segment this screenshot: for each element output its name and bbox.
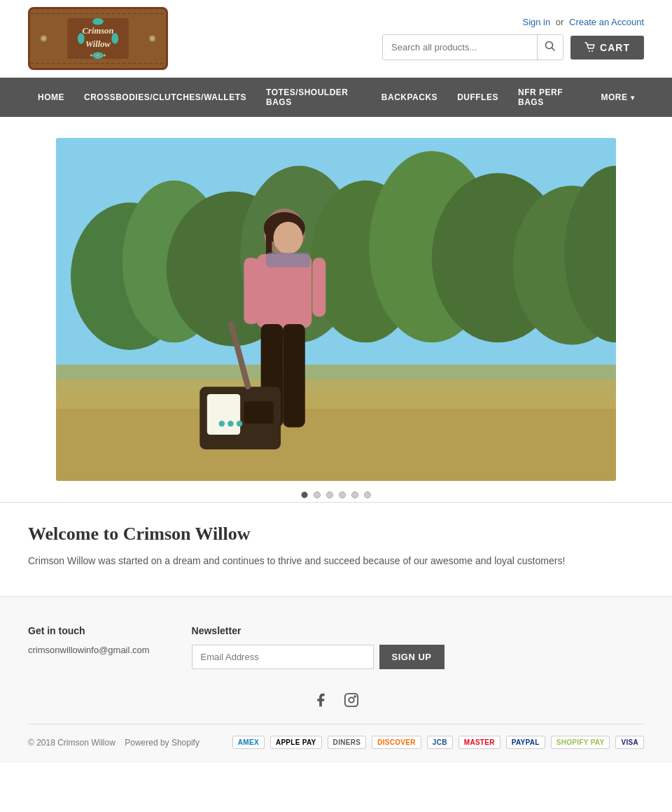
svg-rect-39 xyxy=(283,324,305,427)
main-navigation: HOME CROSSBODIES/CLUTCHES/WALLETS TOTES/… xyxy=(0,78,672,117)
powered-by-link[interactable]: Powered by Shopify xyxy=(125,738,200,748)
svg-text:✦ ✦ ✦: ✦ ✦ ✦ xyxy=(89,52,106,59)
cart-button[interactable]: CART xyxy=(570,36,644,59)
svg-point-6 xyxy=(150,36,155,41)
footer-social xyxy=(28,690,644,710)
welcome-title: Welcome to Crimson Willow xyxy=(28,524,644,545)
svg-point-18 xyxy=(592,50,593,52)
newsletter-signup-button[interactable]: SIGN UP xyxy=(379,645,444,669)
nav-nfr[interactable]: NFR PERF BAGS xyxy=(508,78,592,117)
nav-more-chevron: ▾ xyxy=(631,94,635,102)
payment-diners: Diners xyxy=(328,736,367,749)
payment-apple-pay: Apple Pay xyxy=(270,736,322,749)
nav-backpacks-label: BACKPACKS xyxy=(382,92,438,102)
svg-line-16 xyxy=(552,48,555,51)
svg-rect-49 xyxy=(312,258,326,316)
nav-crossbodies[interactable]: CROSSBODIES/CLUTCHES/WALLETS xyxy=(74,83,256,112)
footer-contact-email: crimsonwillowinfo@gmail.com xyxy=(28,645,150,655)
search-cart-row: CART xyxy=(382,34,644,60)
create-account-link[interactable]: Create an Account xyxy=(569,17,644,27)
auth-links: Sign in or Create an Account xyxy=(522,17,644,27)
slider-dots xyxy=(0,491,672,498)
payment-paypal: PayPal xyxy=(506,736,545,749)
auth-or: or xyxy=(556,17,564,27)
nav-more[interactable]: MORE ▾ xyxy=(592,83,645,112)
footer-newsletter-heading: Newsletter xyxy=(192,625,444,636)
slider-dot-1[interactable] xyxy=(301,491,308,498)
svg-rect-40 xyxy=(244,258,258,324)
svg-point-36 xyxy=(274,222,303,254)
search-button[interactable] xyxy=(537,35,563,59)
cart-icon xyxy=(584,42,596,53)
footer-contact: Get in touch crimsonwillowinfo@gmail.com xyxy=(28,625,150,669)
svg-rect-48 xyxy=(266,253,310,267)
svg-point-47 xyxy=(237,421,242,426)
svg-point-4 xyxy=(41,36,46,41)
footer-copyright-area: © 2018 Crimson Willow Powered by Shopify xyxy=(28,738,200,748)
svg-rect-43 xyxy=(244,402,273,424)
nav-more-label: MORE xyxy=(601,92,628,102)
payment-shopify: Shopify Pay xyxy=(551,736,610,749)
slider-dot-5[interactable] xyxy=(351,491,358,498)
svg-point-46 xyxy=(227,421,233,426)
footer-bottom: © 2018 Crimson Willow Powered by Shopify… xyxy=(28,724,644,749)
nav-home[interactable]: HOME xyxy=(28,83,74,112)
hero-slider xyxy=(56,138,616,481)
welcome-section: Welcome to Crimson Willow Crimson Willow… xyxy=(0,502,672,596)
hero-container xyxy=(0,117,672,481)
header-right: Sign in or Create an Account xyxy=(382,17,644,60)
nav-totes-label: TOTES/SHOULDER BAGS xyxy=(266,88,362,107)
site-footer: Get in touch crimsonwillowinfo@gmail.com… xyxy=(0,596,672,763)
logo[interactable]: Crimson Willow ✦ ✦ ✦ xyxy=(28,7,168,70)
search-input[interactable] xyxy=(383,36,537,58)
footer-contact-heading: Get in touch xyxy=(28,625,150,636)
slider-dot-6[interactable] xyxy=(364,491,371,498)
payment-jcb: JCB xyxy=(427,736,453,749)
instagram-icon[interactable] xyxy=(342,690,361,710)
nav-duffles[interactable]: DUFFLES xyxy=(447,83,508,112)
nav-crossbodies-label: CROSSBODIES/CLUTCHES/WALLETS xyxy=(84,92,246,102)
slider-dot-2[interactable] xyxy=(314,491,321,498)
cart-label: CART xyxy=(600,42,630,53)
payment-amex: AMEX xyxy=(232,736,265,749)
svg-point-8 xyxy=(92,18,104,25)
payment-icons: AMEX Apple Pay Diners Discover JCB Maste… xyxy=(232,736,644,749)
sign-in-link[interactable]: Sign in xyxy=(522,17,550,27)
slider-dot-3[interactable] xyxy=(326,491,333,498)
payment-visa: VISA xyxy=(615,736,644,749)
newsletter-form: SIGN UP xyxy=(192,645,444,669)
nav-backpacks[interactable]: BACKPACKS xyxy=(372,83,447,112)
search-icon xyxy=(545,41,556,52)
facebook-icon[interactable] xyxy=(311,690,330,710)
svg-text:Willow: Willow xyxy=(85,39,111,49)
search-form[interactable] xyxy=(382,34,564,60)
svg-point-51 xyxy=(349,698,354,703)
svg-point-17 xyxy=(589,50,590,52)
svg-rect-50 xyxy=(345,694,358,706)
copyright-text: © 2018 Crimson Willow xyxy=(28,738,115,748)
nav-totes[interactable]: TOTES/SHOULDER BAGS xyxy=(256,78,372,117)
svg-point-45 xyxy=(219,421,225,426)
slider-dot-4[interactable] xyxy=(339,491,346,498)
welcome-text: Crimson Willow was started on a dream an… xyxy=(28,553,644,568)
hero-image xyxy=(56,138,616,481)
payment-mastercard: Master xyxy=(458,736,500,749)
footer-newsletter: Newsletter SIGN UP xyxy=(192,625,444,669)
nav-home-label: HOME xyxy=(38,92,64,102)
svg-text:Crimson: Crimson xyxy=(83,26,114,36)
nav-nfr-label: NFR PERF BAGS xyxy=(518,88,582,107)
payment-discover: Discover xyxy=(372,736,421,749)
site-header: Crimson Willow ✦ ✦ ✦ Sign in or Create a… xyxy=(0,0,672,78)
svg-rect-32 xyxy=(56,394,616,481)
svg-rect-42 xyxy=(207,394,240,435)
svg-point-52 xyxy=(354,696,356,697)
newsletter-email-input[interactable] xyxy=(192,645,374,669)
nav-duffles-label: DUFFLES xyxy=(457,92,498,102)
footer-top: Get in touch crimsonwillowinfo@gmail.com… xyxy=(28,625,644,669)
